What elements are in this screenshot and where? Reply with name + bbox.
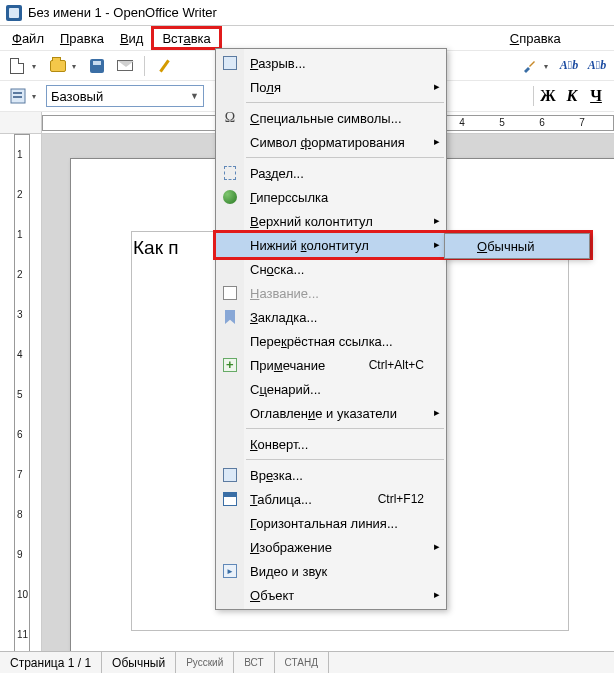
menu-insert[interactable]: Вставка bbox=[151, 26, 221, 50]
save-button[interactable] bbox=[86, 55, 108, 77]
underline-button[interactable]: Ч bbox=[584, 84, 608, 108]
bold-button[interactable]: Ж bbox=[536, 84, 560, 108]
menu-item[interactable]: Гиперссылка bbox=[216, 185, 446, 209]
blank-icon bbox=[221, 260, 239, 278]
menu-item[interactable]: Конверт... bbox=[216, 432, 446, 456]
menu-item[interactable]: Изображение bbox=[216, 535, 446, 559]
status-selection-mode[interactable]: СТАНД bbox=[275, 652, 329, 673]
format-paint-button[interactable] bbox=[518, 55, 552, 77]
menu-item[interactable]: Нижний колонтитул bbox=[216, 233, 446, 257]
vruler-number: 9 bbox=[17, 549, 23, 560]
vruler-number: 7 bbox=[17, 469, 23, 480]
menu-item[interactable]: Оглавление и указатели bbox=[216, 401, 446, 425]
spellcheck-button[interactable]: A͟b bbox=[558, 55, 580, 77]
insert-menu-popup: Разрыв...ПоляΩСпециальные символы...Симв… bbox=[215, 48, 447, 610]
blank-icon bbox=[221, 586, 239, 604]
new-doc-button[interactable] bbox=[6, 55, 40, 77]
blank-icon bbox=[221, 236, 239, 254]
vruler-number: 6 bbox=[17, 429, 23, 440]
vruler-number: 11 bbox=[17, 629, 28, 640]
menu-item-label: Специальные символы... bbox=[250, 111, 402, 126]
vruler-number: 3 bbox=[17, 309, 23, 320]
menu-item[interactable]: Сценарий... bbox=[216, 377, 446, 401]
menu-item[interactable]: Горизонтальная линия... bbox=[216, 511, 446, 535]
menu-item-label: Верхний колонтитул bbox=[250, 214, 373, 229]
vruler-number: 2 bbox=[17, 269, 23, 280]
vid-icon bbox=[221, 562, 239, 580]
paragraph-style-combo[interactable]: Базовый ▼ bbox=[46, 85, 204, 107]
menu-item-shortcut: Ctrl+Alt+C bbox=[369, 358, 424, 372]
menu-item-label: Горизонтальная линия... bbox=[250, 516, 398, 531]
document-icon bbox=[10, 58, 24, 74]
blank-icon bbox=[221, 514, 239, 532]
menu-item[interactable]: Верхний колонтитул bbox=[216, 209, 446, 233]
menu-item[interactable]: Видео и звук bbox=[216, 559, 446, 583]
menu-file[interactable]: Файл bbox=[4, 26, 52, 50]
menu-item-label: Врезка... bbox=[250, 468, 303, 483]
menu-separator bbox=[246, 428, 444, 429]
folder-open-icon bbox=[50, 60, 66, 72]
box-icon bbox=[221, 54, 239, 72]
menu-item[interactable]: ΩСпециальные символы... bbox=[216, 106, 446, 130]
menu-separator bbox=[246, 102, 444, 103]
mail-button[interactable] bbox=[114, 55, 136, 77]
menu-separator bbox=[246, 459, 444, 460]
ruler-number: 4 bbox=[459, 117, 465, 128]
italic-button[interactable]: К bbox=[560, 84, 584, 108]
menu-item-label: Сноска... bbox=[250, 262, 304, 277]
autospell-button[interactable]: A͟b bbox=[586, 55, 608, 77]
menu-item-label: Нижний колонтитул bbox=[250, 238, 369, 253]
blank-icon bbox=[221, 380, 239, 398]
menu-item[interactable]: Закладка... bbox=[216, 305, 446, 329]
vruler-number: 1 bbox=[17, 229, 23, 240]
ruler-number: 6 bbox=[539, 117, 545, 128]
menu-item[interactable]: Перекрёстная ссылка... bbox=[216, 329, 446, 353]
status-page[interactable]: Страница 1 / 1 bbox=[0, 652, 102, 673]
menu-item[interactable]: Врезка... bbox=[216, 463, 446, 487]
status-style[interactable]: Обычный bbox=[102, 652, 176, 673]
menu-bar: Файл Правка Вид Вставка Справка bbox=[0, 26, 614, 50]
blank-icon bbox=[221, 404, 239, 422]
toolbar-separator bbox=[533, 86, 534, 106]
menu-item-label: Оглавление и указатели bbox=[250, 406, 397, 421]
open-button[interactable] bbox=[46, 55, 80, 77]
menu-item[interactable]: Сноска... bbox=[216, 257, 446, 281]
vruler-number: 5 bbox=[17, 389, 23, 400]
vruler-number: 2 bbox=[17, 189, 23, 200]
menu-item-label: Объект bbox=[250, 588, 294, 603]
menu-help[interactable]: Справка bbox=[502, 26, 569, 50]
styles-window-button[interactable] bbox=[6, 85, 40, 107]
table-icon bbox=[221, 490, 239, 508]
styles-icon bbox=[10, 88, 26, 104]
globe-icon bbox=[221, 188, 239, 206]
menu-item-label: Закладка... bbox=[250, 310, 317, 325]
menu-item[interactable]: ПримечаниеCtrl+Alt+C bbox=[216, 353, 446, 377]
menu-item[interactable]: Символ форматирования bbox=[216, 130, 446, 154]
menu-view[interactable]: Вид bbox=[112, 26, 152, 50]
submenu-item-default[interactable]: Обычный bbox=[445, 234, 589, 258]
blank-icon bbox=[221, 78, 239, 96]
menu-item-label: Символ форматирования bbox=[250, 135, 405, 150]
edit-button[interactable] bbox=[153, 55, 175, 77]
bookmark-icon bbox=[221, 308, 239, 326]
status-insert-mode[interactable]: ВСТ bbox=[234, 652, 274, 673]
menu-item-label: Изображение bbox=[250, 540, 332, 555]
envelope-icon bbox=[117, 60, 133, 71]
vertical-ruler[interactable]: 121234567891011 bbox=[0, 134, 42, 673]
ruler-number: 7 bbox=[579, 117, 585, 128]
status-language[interactable]: Русский bbox=[176, 652, 234, 673]
menu-item[interactable]: Поля bbox=[216, 75, 446, 99]
menu-item[interactable]: Объект bbox=[216, 583, 446, 607]
blank-icon bbox=[221, 538, 239, 556]
menu-item[interactable]: Разрыв... bbox=[216, 51, 446, 75]
menu-item[interactable]: Таблица...Ctrl+F12 bbox=[216, 487, 446, 511]
vruler-number: 1 bbox=[17, 149, 23, 160]
blank-icon bbox=[221, 332, 239, 350]
menu-item-shortcut: Ctrl+F12 bbox=[378, 492, 424, 506]
menu-edit[interactable]: Правка bbox=[52, 26, 112, 50]
vruler-number: 4 bbox=[17, 349, 23, 360]
menu-item-label: Раздел... bbox=[250, 166, 304, 181]
svg-rect-1 bbox=[13, 92, 22, 94]
vruler-number: 10 bbox=[17, 589, 28, 600]
menu-item[interactable]: Раздел... bbox=[216, 161, 446, 185]
